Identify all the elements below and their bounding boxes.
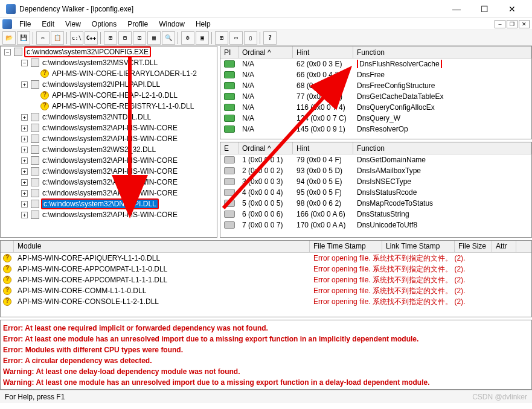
- import-row[interactable]: N/A 68 (0x0 0 4 4) DnsFreeConfigStructur…: [220, 80, 531, 91]
- col-function[interactable]: Function: [353, 46, 531, 58]
- close-button[interactable]: ✕: [498, 1, 526, 17]
- export-row[interactable]: 7 (0x0 0 0 7) 170 (0x0 0 A A) DnsUnicode…: [220, 220, 531, 230]
- menu-file[interactable]: File: [14, 19, 36, 30]
- tb-p2[interactable]: ▣: [196, 31, 209, 45]
- import-row[interactable]: N/A 116 (0x0 0 7 4) DnsQueryConfigAllocE…: [220, 102, 531, 113]
- tree-item[interactable]: API-MS-WIN-CORE-LIBRARYLOADER-L1-2: [1, 68, 217, 79]
- tb-view2[interactable]: ⊟: [118, 31, 132, 45]
- tree-root[interactable]: − c:\windows\system32\IPCONFIG.EXE: [1, 46, 217, 57]
- col-attr[interactable]: Attr: [492, 241, 516, 252]
- export-row[interactable]: 6 (0x0 0 0 6) 166 (0x0 0 A 6) DnsStatusS…: [220, 209, 531, 220]
- export-row[interactable]: 5 (0x0 0 0 5) 98 (0x0 0 6 2) DnsMapRcode…: [220, 198, 531, 209]
- cell-module: API-MS-WIN-CORE-APIQUERY-L1-1-0.DLL: [14, 254, 310, 262]
- module-tree[interactable]: − c:\windows\system32\IPCONFIG.EXE − c:\…: [0, 46, 217, 238]
- tree-item[interactable]: + c:\windows\system32\API-MS-WIN-CORE: [1, 133, 217, 144]
- col-e[interactable]: E: [220, 142, 239, 154]
- expand-icon[interactable]: +: [21, 157, 28, 164]
- import-row[interactable]: N/A 66 (0x0 0 4 2) DnsFree: [220, 69, 531, 80]
- col-ordinal[interactable]: Ordinal ^: [239, 142, 293, 154]
- col-fts[interactable]: File Time Stamp: [310, 241, 382, 252]
- maximize-button[interactable]: ☐: [470, 1, 498, 17]
- col-pi[interactable]: PI: [220, 46, 239, 58]
- tree-item[interactable]: + c:\windows\system32\API-MS-WIN-CORE: [1, 188, 217, 198]
- import-row[interactable]: N/A 77 (0x0 0 4 D) DnsGetCacheDataTableE…: [220, 91, 531, 102]
- module-row[interactable]: API-MS-WIN-CORE-CONSOLE-L1-2-1.DLL Error…: [1, 296, 531, 307]
- col-ordinal[interactable]: Ordinal ^: [239, 46, 293, 58]
- expand-icon[interactable]: +: [21, 147, 28, 153]
- cell-ordinal: 7 (0x0 0 0 7): [239, 221, 293, 229]
- tree-item[interactable]: + c:\windows\system32\NTDLL.DLL: [1, 112, 217, 122]
- module-list[interactable]: Module File Time Stamp Link Time Stamp F…: [0, 240, 532, 317]
- expand-icon[interactable]: −: [4, 49, 11, 55]
- module-icon: [14, 48, 22, 56]
- mdi-minimize-button[interactable]: –: [495, 20, 505, 28]
- menu-help[interactable]: Help: [191, 19, 216, 30]
- import-row[interactable]: N/A 62 (0x0 0 3 E) DnsFlushResolverCache: [220, 59, 531, 69]
- tb-path[interactable]: c:\: [70, 31, 83, 45]
- tb-cut[interactable]: ✂: [36, 31, 50, 45]
- tb-cpp[interactable]: C++: [85, 31, 98, 45]
- expand-icon[interactable]: +: [21, 168, 28, 175]
- tree-item[interactable]: + c:\windows\system32\API-MS-WIN-CORE: [1, 155, 217, 166]
- tree-item[interactable]: + c:\windows\system32\API-MS-WIN-CORE: [1, 166, 217, 177]
- tb-p1[interactable]: ⚙: [181, 31, 194, 45]
- tree-item[interactable]: + c:\windows\system32\API-MS-WIN-CORE: [1, 122, 217, 133]
- export-row[interactable]: 1 (0x0 0 0 1) 79 (0x0 0 4 F) DnsGetDomai…: [220, 154, 531, 165]
- tree-item[interactable]: API-MS-WIN-CORE-HEAP-L2-1-0.DLL: [1, 90, 217, 101]
- tb-view3[interactable]: ⊡: [133, 31, 146, 45]
- expand-icon[interactable]: +: [21, 114, 28, 121]
- col-hint[interactable]: Hint: [293, 142, 353, 154]
- tb-help[interactable]: ?: [263, 31, 277, 45]
- export-row[interactable]: 2 (0x0 0 0 2) 93 (0x0 0 5 D) DnsIsAMailb…: [220, 165, 531, 176]
- menu-edit[interactable]: Edit: [37, 19, 59, 30]
- expand-icon[interactable]: +: [21, 81, 28, 88]
- tree-item[interactable]: + c:\windows\system32\DNSAPI.DLL: [1, 198, 217, 209]
- col-module[interactable]: Module: [14, 241, 310, 252]
- module-row[interactable]: API-MS-WIN-CORE-APPCOMPAT-L1-1-1.DLL Err…: [1, 274, 531, 285]
- expand-icon[interactable]: +: [21, 201, 28, 208]
- tb-a1[interactable]: ⊞: [215, 31, 228, 45]
- import-function-list[interactable]: PI Ordinal ^ Hint Function N/A 62 (0x0 0…: [220, 46, 532, 139]
- mdi-close-button[interactable]: ✕: [519, 20, 530, 28]
- col-hint[interactable]: Hint: [293, 46, 353, 58]
- export-row[interactable]: 4 (0x0 0 0 4) 95 (0x0 0 5 F) DnsIsStatus…: [220, 187, 531, 198]
- tb-a3[interactable]: ▯: [244, 31, 257, 45]
- tb-view5[interactable]: 🔍: [162, 31, 175, 45]
- tree-item[interactable]: + c:\windows\system32\API-MS-WIN-CORE: [1, 177, 217, 188]
- expand-icon[interactable]: +: [21, 212, 28, 218]
- expand-icon[interactable]: −: [21, 60, 28, 66]
- expand-icon[interactable]: +: [21, 125, 28, 132]
- menu-window[interactable]: Window: [154, 19, 190, 30]
- mdi-restore-button[interactable]: ❐: [507, 20, 518, 28]
- tree-item[interactable]: + c:\windows\system32\WS2_32.DLL: [1, 144, 217, 155]
- expand-icon[interactable]: +: [21, 179, 28, 186]
- expand-icon[interactable]: +: [21, 136, 28, 142]
- tb-save[interactable]: 💾: [17, 31, 30, 45]
- col-lts[interactable]: Link Time Stamp: [382, 241, 455, 252]
- import-row[interactable]: N/A 145 (0x0 0 9 1) DnsResolverOp: [220, 124, 531, 135]
- tb-view4[interactable]: ▦: [147, 31, 161, 45]
- tb-a2[interactable]: ▭: [229, 31, 243, 45]
- menu-options[interactable]: Options: [87, 19, 121, 30]
- menu-view[interactable]: View: [60, 19, 86, 30]
- tree-item[interactable]: + c:\windows\system32\API-MS-WIN-CORE: [1, 209, 217, 220]
- col-fs[interactable]: File Size: [455, 241, 492, 252]
- tree-item[interactable]: API-MS-WIN-CORE-REGISTRY-L1-1-0.DLL: [1, 101, 217, 112]
- module-row[interactable]: API-MS-WIN-CORE-COMM-L1-1-0.DLL Error op…: [1, 285, 531, 296]
- tb-open[interactable]: 📂: [2, 31, 16, 45]
- log-pane[interactable]: Error: At least one required implicit or…: [0, 320, 532, 390]
- tb-view1[interactable]: ⊞: [104, 31, 117, 45]
- tree-item[interactable]: + c:\windows\system32\IPHLPAPI.DLL: [1, 79, 217, 90]
- tb-copy[interactable]: 📋: [51, 31, 64, 45]
- tree-item[interactable]: − c:\windows\system32\MSVCRT.DLL: [1, 57, 217, 68]
- export-row[interactable]: 3 (0x0 0 0 3) 94 (0x0 0 5 E) DnsIsNSECTy…: [220, 176, 531, 187]
- module-row[interactable]: API-MS-WIN-CORE-APPCOMPAT-L1-1-0.DLL Err…: [1, 264, 531, 274]
- module-row[interactable]: API-MS-WIN-CORE-APIQUERY-L1-1-0.DLL Erro…: [1, 253, 531, 264]
- menu-profile[interactable]: Profile: [123, 19, 153, 30]
- col-function[interactable]: Function: [353, 142, 531, 154]
- import-row[interactable]: N/A 124 (0x0 0 7 C) DnsQuery_W: [220, 113, 531, 124]
- minimize-button[interactable]: —: [443, 1, 470, 17]
- col-icon[interactable]: [1, 241, 14, 252]
- export-function-list[interactable]: E Ordinal ^ Hint Function 1 (0x0 0 0 1) …: [220, 142, 532, 238]
- expand-icon[interactable]: +: [21, 190, 28, 197]
